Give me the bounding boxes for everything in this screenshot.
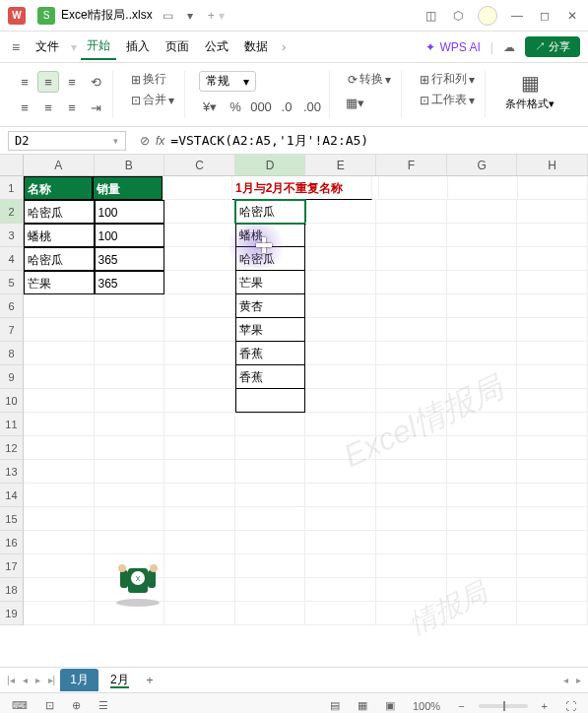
cell[interactable]: 365 [95, 247, 165, 271]
col-header[interactable]: C [164, 155, 235, 175]
cell[interactable] [305, 578, 376, 602]
sheet-nav-first[interactable]: |◂ [4, 675, 18, 685]
cell[interactable] [447, 413, 518, 436]
cell[interactable] [305, 247, 376, 271]
cell[interactable]: 100 [95, 224, 165, 247]
view-normal-icon[interactable]: ▤ [326, 699, 344, 712]
cell[interactable] [517, 507, 588, 531]
cell[interactable] [376, 578, 447, 602]
cell[interactable] [376, 413, 447, 436]
cell[interactable] [95, 318, 165, 342]
cell[interactable] [517, 318, 588, 342]
currency-icon[interactable]: ¥▾ [199, 96, 221, 117]
col-header[interactable]: G [447, 155, 518, 175]
cell[interactable] [517, 365, 588, 389]
view-page-icon[interactable]: ▦ [354, 699, 371, 712]
cell[interactable] [376, 224, 447, 247]
cell[interactable] [95, 484, 165, 507]
app-icon-1[interactable]: ◫ [423, 8, 438, 24]
close-button[interactable]: ✕ [564, 8, 580, 24]
formula-bar[interactable]: =VSTACK(A2:A5,'1月'!A2:A5) [170, 132, 368, 150]
cell[interactable] [376, 200, 447, 224]
row-header[interactable]: 4 [0, 247, 24, 271]
name-box[interactable]: D2▾ [8, 131, 126, 151]
zoom-slider[interactable] [479, 704, 528, 708]
cell[interactable] [305, 602, 376, 625]
cell[interactable]: 哈密瓜 [235, 247, 306, 271]
indent-icon[interactable]: ⇥ [85, 97, 106, 118]
cell[interactable] [447, 318, 518, 342]
cell[interactable] [164, 247, 235, 271]
select-all-corner[interactable] [0, 155, 24, 175]
cell[interactable] [235, 507, 306, 531]
cell[interactable]: 100 [95, 200, 165, 224]
row-header[interactable]: 11 [0, 413, 24, 436]
cell[interactable] [447, 484, 518, 507]
cell[interactable] [376, 389, 447, 413]
cell-active[interactable]: 哈密瓜 [235, 200, 306, 224]
doc-name[interactable]: Excel情报局..xlsx [61, 7, 153, 24]
cell[interactable] [95, 389, 165, 413]
cell[interactable] [517, 389, 588, 413]
cell[interactable] [447, 578, 518, 602]
cell[interactable] [164, 342, 235, 365]
col-header[interactable]: E [305, 155, 376, 175]
cell[interactable] [376, 365, 447, 389]
cell[interactable] [305, 200, 376, 224]
cell[interactable] [447, 224, 518, 247]
cell[interactable] [164, 436, 235, 460]
cell[interactable] [95, 460, 165, 484]
row-header[interactable]: 3 [0, 224, 24, 247]
row-header[interactable]: 10 [0, 389, 24, 413]
align-bottom-icon[interactable]: ≡ [61, 71, 83, 93]
cell[interactable] [24, 436, 95, 460]
cell[interactable] [517, 484, 588, 507]
cell[interactable] [376, 484, 447, 507]
align-left-icon[interactable]: ≡ [14, 97, 35, 118]
cell[interactable] [24, 484, 95, 507]
cell[interactable] [24, 531, 95, 554]
cell[interactable] [164, 224, 235, 247]
more-tabs-icon[interactable]: › [278, 40, 290, 54]
cell[interactable] [376, 460, 447, 484]
row-header[interactable]: 9 [0, 365, 24, 389]
tab-dropdown-icon[interactable]: ▾ [182, 8, 198, 24]
cell[interactable] [305, 342, 376, 365]
cell[interactable] [447, 200, 518, 224]
cell[interactable] [517, 460, 588, 484]
cell[interactable] [447, 294, 518, 318]
cell[interactable]: 蟠桃 [24, 224, 95, 247]
share-button[interactable]: ↗ 分享 [525, 36, 580, 57]
cell[interactable]: 芒果 [24, 271, 95, 294]
cell[interactable] [517, 554, 588, 578]
row-header[interactable]: 19 [0, 602, 24, 625]
cell[interactable] [164, 484, 235, 507]
scroll-right-icon[interactable]: ▸ [573, 675, 584, 685]
conditional-format-button[interactable]: ▦ 条件格式▾ [499, 71, 560, 111]
cell[interactable]: 365 [95, 271, 165, 294]
status-icon-4[interactable]: ☰ [95, 699, 112, 712]
cell[interactable] [447, 460, 518, 484]
hamburger-icon[interactable]: ≡ [8, 39, 24, 55]
row-header[interactable]: 1 [0, 176, 24, 200]
cell[interactable] [24, 342, 95, 365]
cell[interactable] [24, 294, 95, 318]
cell[interactable] [95, 413, 165, 436]
status-icon-1[interactable]: ⌨ [8, 699, 32, 712]
cell[interactable] [447, 507, 518, 531]
cell[interactable]: 苹果 [235, 318, 306, 342]
align-center-icon[interactable]: ≡ [37, 97, 59, 118]
zoom-out-button[interactable]: − [454, 700, 468, 712]
cell[interactable]: 销量 [93, 176, 163, 200]
row-header[interactable]: 14 [0, 484, 24, 507]
tab-formula[interactable]: 公式 [199, 34, 234, 59]
cell[interactable] [372, 176, 379, 200]
increase-decimal-icon[interactable]: .00 [301, 96, 323, 117]
user-avatar[interactable] [478, 6, 497, 26]
tab-insert[interactable]: 插入 [120, 34, 156, 59]
cell[interactable]: 1月与2月不重复名称 [232, 176, 372, 200]
cell[interactable] [305, 531, 376, 554]
cell[interactable] [376, 271, 447, 294]
cell[interactable] [447, 436, 518, 460]
cell[interactable] [164, 294, 235, 318]
